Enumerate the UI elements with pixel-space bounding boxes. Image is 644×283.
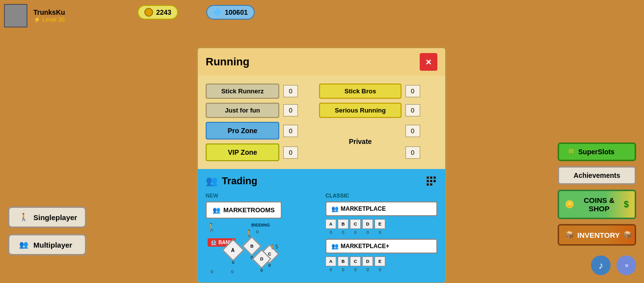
superslots-icon: 🍀 [567,148,575,156]
new-label: NEW [206,193,318,198]
slot-num-p2: 0 [338,267,349,272]
music-icon: ♪ [598,260,603,271]
slot-num-5: 0 [375,230,385,235]
gold-amount: 2243 [156,8,171,16]
multiplayer-button[interactable]: 👥 Multiplayer [8,234,86,255]
grid-options-icon [427,176,437,186]
stick-bros-input[interactable] [405,85,420,97]
slot-d1[interactable]: D [362,219,373,229]
stick-bros-label: Stick Bros [345,87,376,95]
coins-shop-button[interactable]: 🪙 COINS & SHOP $ [558,190,636,219]
superslots-label: SuperSlots [578,148,615,156]
trading-icon: 👥 [206,175,218,187]
stick-bros-button[interactable]: Stick Bros [319,84,401,99]
modal-header: Running × [198,48,445,76]
inventory-icon-left: 📦 [565,230,574,239]
just-for-fun-button[interactable]: Just for fun [206,103,279,118]
stick-runnerz-label: Stick Runnerz [221,87,264,95]
slot-a1[interactable]: A [325,219,336,229]
gem-amount: 100601 [225,8,248,16]
private-input[interactable] [405,125,420,137]
slot-a2[interactable]: A [325,256,336,266]
inventory-button[interactable]: 📦 INVENTORY 📦 [558,224,636,246]
coin-icon [144,8,153,17]
slot-num-p1: 0 [325,267,336,272]
close-icon: × [426,57,431,68]
marketplace-label: MARKETPLACE [341,205,386,212]
slot-c1[interactable]: C [350,219,361,229]
stick-runnerz-button[interactable]: Stick Runnerz [206,84,279,99]
slot-num-p5: 0 [375,267,385,272]
trading-section: 👥 Trading NEW 👥 MARKETROOMS [198,169,445,283]
slot-num-p4: 0 [362,267,373,272]
slot-e1[interactable]: E [375,219,385,229]
marketplace-plus-icon: 👥 [331,243,339,250]
multiplayer-label: Multiplayer [33,241,72,249]
slot-num-2: 0 [338,230,349,235]
running-modal: Running × Stick Runnerz Stick Bros Just … [196,47,447,283]
slot-c2[interactable]: C [350,256,361,266]
trading-content: NEW 👥 MARKETROOMS 🏦 BANK 🚶 [206,193,437,277]
vip-zone-label: VIP Zone [228,148,257,156]
just-for-fun-label: Just for fun [225,107,260,114]
marketplace-button[interactable]: 👥 MARKETPLACE [325,201,437,216]
superslots-button[interactable]: 🍀 SuperSlots [558,142,636,161]
gold-badge: 2243 [137,5,178,20]
achievements-button[interactable]: Achievements [558,166,636,185]
vip-zone-button[interactable]: VIP Zone [206,143,279,161]
just-for-fun-input[interactable] [283,104,298,116]
slot-d2[interactable]: D [362,256,373,266]
slot-b1[interactable]: B [338,219,349,229]
private-input-2[interactable] [405,146,420,159]
bottom-icons: ♪ ⚬ [591,255,636,275]
pro-zone-button[interactable]: Pro Zone [206,122,279,140]
slot-b2[interactable]: B [338,256,349,266]
marketplace-num-row: 0 0 0 0 0 [325,230,437,235]
bank-area: 🏦 BANK 🚶 A 0 BIDDING [206,223,318,277]
serious-running-button[interactable]: Serious Running [319,103,401,118]
vip-zone-input[interactable] [283,146,298,159]
stickman-5: 🚶5 [269,244,278,250]
singleplayer-button[interactable]: 🚶 Singleplayer [8,206,86,228]
top-bar: TrunksKu Level 30 [4,4,65,28]
classic-section: CLASSIC 👥 MARKETPLACE A B C D E 0 0 0 [325,193,437,277]
serious-running-label: Serious Running [335,107,386,114]
right-panel: 🍀 SuperSlots Achievements 🪙 COINS & SHOP… [558,142,636,246]
stick-runnerz-input[interactable] [283,85,298,97]
diamond-bank-a: A 0 [225,242,241,265]
user-info: TrunksKu Level 30 [33,8,65,23]
private-label: Private [319,138,401,145]
classic-label: CLASSIC [325,193,437,198]
close-button[interactable]: × [420,53,437,71]
marketplace-plus-button[interactable]: 👥 MARKETPLACE+ [325,239,437,254]
new-section: NEW 👥 MARKETROOMS 🏦 BANK 🚶 [206,193,318,277]
marketplace-slots-row: A B C D E [325,219,437,229]
running-options: Stick Runnerz Stick Bros Just for fun Se… [198,76,445,169]
gem-badge: 100601 [206,5,255,20]
singleplayer-label: Singleplayer [33,213,77,222]
diamond-d: D 0 [255,252,268,273]
marketrooms-icon: 👥 [213,206,220,214]
bank-stickman: 🚶 [207,223,216,232]
dollar-icon: $ [624,199,629,210]
left-panel: 🚶 Singleplayer 👥 Multiplayer [8,206,86,255]
gem-icon [213,8,222,17]
slot-e2[interactable]: E [375,256,385,266]
coins-shop-label: COINS & SHOP [577,196,621,213]
stickman-count-icon: 🚶 [269,244,275,250]
slot-num-4: 0 [362,230,373,235]
bidding-stickman: 🚶 [245,229,253,237]
marketplace-icon: 👥 [331,205,339,212]
trading-title: 👥 Trading [206,175,257,187]
music-button[interactable]: ♪ [591,255,611,275]
slot-num-p3: 0 [350,267,361,272]
marketrooms-label: MARKETROOMS [223,206,275,214]
serious-running-input[interactable] [405,104,420,116]
discord-icon: ⚬ [623,261,630,270]
bank-icon: 🏦 [211,240,216,245]
trading-header: 👥 Trading [206,175,437,187]
singleplayer-icon: 🚶 [19,213,28,222]
pro-zone-input[interactable] [283,125,298,137]
marketrooms-button[interactable]: 👥 MARKETROOMS [206,201,282,219]
discord-button[interactable]: ⚬ [617,255,636,275]
